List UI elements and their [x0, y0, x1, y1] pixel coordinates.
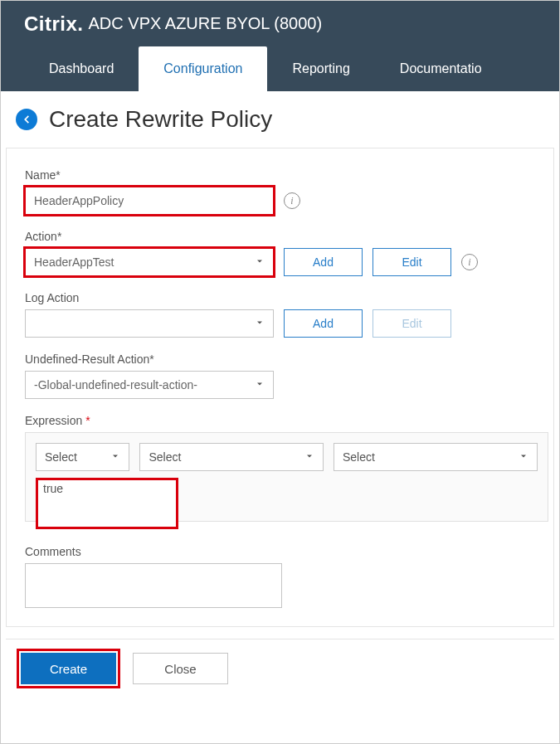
- action-add-button[interactable]: Add: [284, 248, 363, 276]
- brand-sub-text: ADC VPX AZURE BYOL (8000): [89, 14, 323, 33]
- logaction-edit-button: Edit: [373, 309, 451, 338]
- chevron-down-icon: [110, 450, 120, 464]
- name-input[interactable]: [25, 187, 274, 215]
- required-star: *: [85, 414, 90, 427]
- undef-label: Undefined-Result Action*: [25, 353, 553, 366]
- brand-name: Citrix.: [24, 12, 84, 36]
- action-select[interactable]: HeaderAppTest: [25, 248, 274, 276]
- logaction-select[interactable]: [25, 309, 274, 338]
- arrow-left-icon: [21, 114, 32, 125]
- brand-main-text: Citrix: [24, 12, 77, 35]
- undef-select[interactable]: -Global-undefined-result-action-: [25, 371, 274, 399]
- expression-panel: Select Select Select: [25, 432, 548, 522]
- expr-select-2[interactable]: Select: [139, 443, 324, 471]
- action-select-value: HeaderAppTest: [34, 255, 114, 269]
- tab-reporting[interactable]: Reporting: [267, 46, 374, 91]
- undef-select-value: -Global-undefined-result-action-: [34, 378, 197, 391]
- tab-configuration[interactable]: Configuration: [139, 46, 267, 91]
- chevron-down-icon: [255, 317, 265, 330]
- create-button[interactable]: Create: [21, 653, 116, 684]
- tab-bar: Dashboard Configuration Reporting Docume…: [1, 46, 559, 91]
- expression-label: Expression*: [25, 414, 553, 427]
- comments-label: Comments: [25, 545, 553, 558]
- expr-select-3[interactable]: Select: [334, 443, 538, 471]
- info-icon[interactable]: i: [284, 192, 300, 209]
- expression-textarea[interactable]: [36, 478, 178, 529]
- action-label: Action*: [25, 230, 553, 243]
- chevron-down-icon: [519, 450, 528, 464]
- page-title: Create Rewrite Policy: [49, 106, 272, 133]
- logaction-label: Log Action: [25, 291, 553, 304]
- back-button[interactable]: [16, 109, 37, 130]
- name-label: Name*: [25, 168, 553, 182]
- tab-documentation[interactable]: Documentatio: [375, 46, 507, 91]
- info-icon[interactable]: i: [461, 254, 478, 270]
- logaction-add-button[interactable]: Add: [284, 309, 363, 338]
- form-area: Name* i Action* HeaderAppTest Add Edit i…: [6, 148, 554, 627]
- app-header: Citrix. ADC VPX AZURE BYOL (8000): [1, 1, 559, 46]
- footer-bar: Create Close: [6, 639, 554, 704]
- expr-select-1[interactable]: Select: [36, 443, 129, 471]
- action-edit-button[interactable]: Edit: [373, 248, 451, 276]
- chevron-down-icon: [304, 450, 314, 464]
- chevron-down-icon: [255, 378, 265, 391]
- comments-textarea[interactable]: [25, 563, 282, 608]
- tab-dashboard[interactable]: Dashboard: [24, 46, 139, 91]
- brand-dot: .: [77, 12, 83, 35]
- chevron-down-icon: [255, 255, 265, 269]
- close-button[interactable]: Close: [133, 653, 228, 684]
